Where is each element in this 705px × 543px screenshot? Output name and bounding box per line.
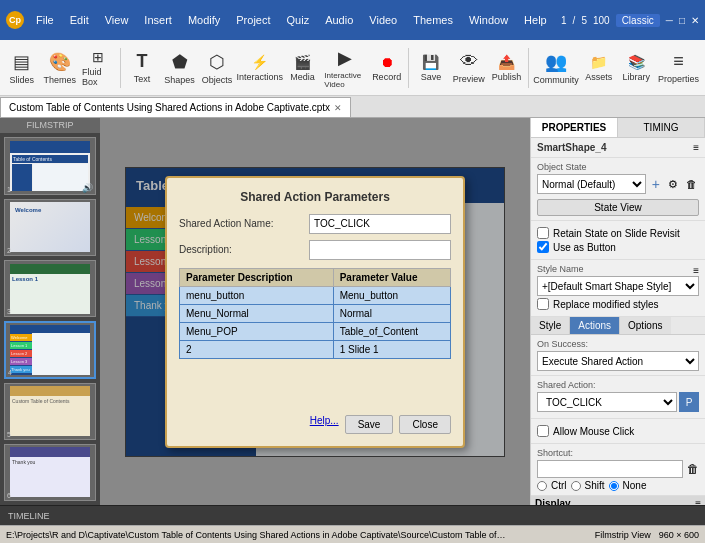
- on-success-select[interactable]: Execute Shared Action: [537, 351, 699, 371]
- app-logo: Cp: [6, 11, 24, 29]
- dialog-title: Shared Action Parameters: [179, 190, 451, 204]
- view-label: Filmstrip View: [595, 530, 651, 540]
- object-state-select[interactable]: Normal (Default): [537, 174, 646, 194]
- menu-project[interactable]: Project: [232, 12, 274, 28]
- table-row[interactable]: Menu_POP Table_of_Content: [180, 322, 451, 340]
- toolbar-slides-btn[interactable]: ▤ Slides: [4, 44, 40, 92]
- smartshape-menu-icon[interactable]: ≡: [693, 142, 699, 153]
- shortcut-clear-icon[interactable]: 🗑: [687, 462, 699, 476]
- menu-themes[interactable]: Themes: [409, 12, 457, 28]
- menu-modify[interactable]: Modify: [184, 12, 224, 28]
- toolbar-iv-btn[interactable]: ▶ Interactive Video: [322, 44, 367, 92]
- minimize-btn[interactable]: ─: [666, 15, 673, 26]
- active-tab[interactable]: Custom Table of Contents Using Shared Ac…: [0, 97, 351, 117]
- filmstrip-slide-4[interactable]: Welcome Lesson 1 Lesson 2 Lesson 3 Thank…: [4, 321, 96, 378]
- tab-properties[interactable]: PROPERTIES: [531, 118, 618, 137]
- options-tab[interactable]: Options: [620, 317, 670, 334]
- settings-icon[interactable]: ⚙: [666, 178, 680, 191]
- toolbar-shapes-btn[interactable]: ⬟ Shapes: [162, 44, 198, 92]
- shared-action-params-btn[interactable]: P: [679, 392, 699, 412]
- style-tab[interactable]: Style: [531, 317, 570, 334]
- fluidbox-icon: ⊞: [92, 49, 104, 65]
- add-state-icon[interactable]: +: [650, 176, 662, 192]
- toolbar-library-btn[interactable]: 📚 Library: [618, 44, 654, 92]
- toolbar-shapes-label: Shapes: [164, 75, 195, 85]
- toolbar-interactions-btn[interactable]: ⚡ Interactions: [237, 44, 283, 92]
- style-name-select[interactable]: +[Default Smart Shape Style]: [537, 276, 699, 296]
- filmstrip: Table of Contents 1 🔊 Welcome: [0, 133, 100, 505]
- toolbar-save-btn[interactable]: 💾 Save: [413, 44, 449, 92]
- menu-help[interactable]: Help: [520, 12, 551, 28]
- toolbar-assets-btn[interactable]: 📁 Assets: [581, 44, 617, 92]
- retain-state-row: Retain State on Slide Revisit: [537, 227, 699, 239]
- filmstrip-slide-3[interactable]: Lesson 1 3: [4, 260, 96, 317]
- toolbar-media-btn[interactable]: 🎬 Media: [285, 44, 321, 92]
- menu-video[interactable]: Video: [365, 12, 401, 28]
- filmstrip-slide-5[interactable]: Custom Table of Contents 5: [4, 383, 96, 440]
- toolbar-record-btn[interactable]: ⏺ Record: [369, 44, 405, 92]
- table-row[interactable]: 2 1 Slide 1: [180, 340, 451, 358]
- toolbar-publish-btn[interactable]: 📤 Publish: [489, 44, 525, 92]
- dialog-save-btn[interactable]: Save: [345, 415, 394, 434]
- objects-icon: ⬡: [209, 51, 225, 73]
- param-desc-3: 2: [180, 340, 334, 358]
- shared-action-select[interactable]: TOC_CLICK: [537, 392, 677, 412]
- slide-thumb-3: Lesson 1: [10, 264, 90, 314]
- allow-mouse-click-row: Allow Mouse Click: [537, 425, 699, 437]
- filmstrip-slide-6[interactable]: Thank you 6: [4, 444, 96, 501]
- table-row[interactable]: Menu_Normal Normal: [180, 304, 451, 322]
- filmstrip-slide-1[interactable]: Table of Contents 1 🔊: [4, 137, 96, 194]
- menu-view[interactable]: View: [101, 12, 133, 28]
- toolbar-fluidbox-btn[interactable]: ⊞ Fluid Box: [80, 44, 116, 92]
- actions-tab[interactable]: Actions: [570, 317, 620, 334]
- toolbar-themes-btn[interactable]: 🎨 Themes: [42, 44, 79, 92]
- shortcut-input[interactable]: [537, 460, 683, 478]
- retain-state-checkbox[interactable]: [537, 227, 549, 239]
- state-view-btn[interactable]: State View: [537, 199, 699, 216]
- use-as-button-checkbox[interactable]: [537, 241, 549, 253]
- maximize-btn[interactable]: □: [679, 15, 685, 26]
- dialog-description-label: Description:: [179, 244, 309, 255]
- toolbar-text-label: Text: [134, 74, 151, 84]
- tab-timing[interactable]: TIMING: [618, 118, 705, 137]
- menu-file[interactable]: File: [32, 12, 58, 28]
- close-btn[interactable]: ✕: [691, 15, 699, 26]
- param-val-1: Normal: [333, 304, 450, 322]
- dialog-close-btn[interactable]: Close: [399, 415, 451, 434]
- slide-1-audio: 🔊: [82, 183, 93, 193]
- replace-styles-checkbox[interactable]: [537, 298, 549, 310]
- ctrl-radio[interactable]: [537, 481, 547, 491]
- toolbar-community-btn[interactable]: 👥 Community: [533, 44, 579, 92]
- table-row[interactable]: menu_button Menu_button: [180, 286, 451, 304]
- style-menu-icon[interactable]: ≡: [693, 265, 699, 276]
- preview-icon: 👁: [460, 51, 478, 72]
- timeline-label: TIMELINE: [8, 511, 50, 521]
- tab-close-btn[interactable]: ✕: [334, 103, 342, 113]
- menu-edit[interactable]: Edit: [66, 12, 93, 28]
- toolbar-properties-btn[interactable]: ≡ Properties: [656, 44, 701, 92]
- toolbar-interactions-label: Interactions: [237, 72, 284, 82]
- tab-bar: Custom Table of Contents Using Shared Ac…: [0, 96, 705, 118]
- filmstrip-slide-2[interactable]: Welcome 2: [4, 199, 96, 256]
- menu-quiz[interactable]: Quiz: [283, 12, 314, 28]
- toolbar-objects-btn[interactable]: ⬡ Objects: [199, 44, 235, 92]
- none-radio[interactable]: [609, 481, 619, 491]
- dialog-help-link[interactable]: Help...: [310, 415, 339, 434]
- shift-radio[interactable]: [571, 481, 581, 491]
- menu-audio[interactable]: Audio: [321, 12, 357, 28]
- dialog-action-name-input[interactable]: [309, 214, 451, 234]
- delete-state-icon[interactable]: 🗑: [684, 178, 699, 190]
- shared-action-row: TOC_CLICK P: [537, 392, 699, 412]
- toolbar-preview-btn[interactable]: 👁 Preview: [451, 44, 487, 92]
- slide-thumb-1: Table of Contents: [10, 141, 90, 191]
- toolbar-save-label: Save: [421, 72, 442, 82]
- dialog-description-input[interactable]: [309, 240, 451, 260]
- toolbar-text-btn[interactable]: T Text: [124, 44, 160, 92]
- menu-insert[interactable]: Insert: [140, 12, 176, 28]
- allow-mouse-click-checkbox[interactable]: [537, 425, 549, 437]
- toolbar-community-label: Community: [533, 75, 579, 85]
- zoom-level: 100: [593, 15, 610, 26]
- style-action-tabs: Style Actions Options: [531, 317, 705, 335]
- display-menu-icon[interactable]: ≡: [695, 498, 701, 505]
- menu-window[interactable]: Window: [465, 12, 512, 28]
